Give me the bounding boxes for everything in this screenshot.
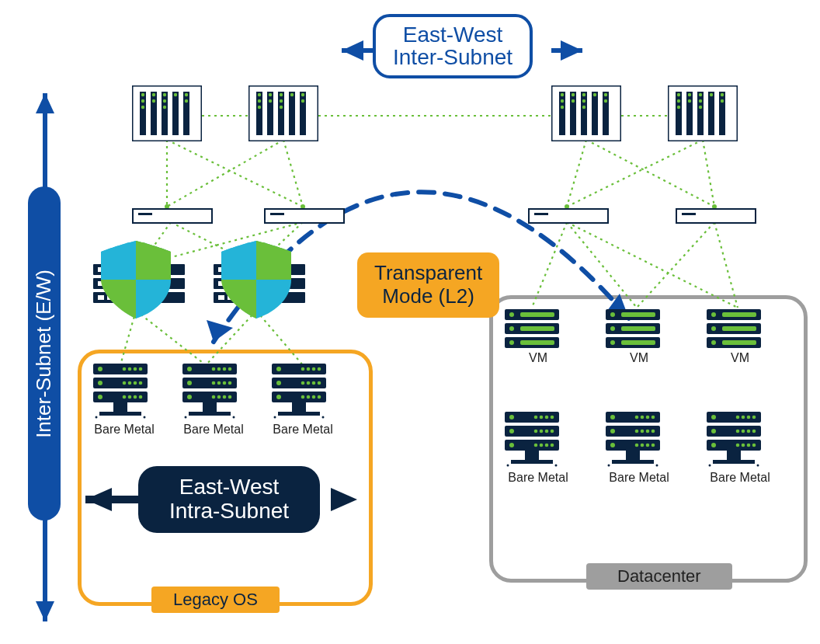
link-dotted xyxy=(621,109,668,117)
shield-firewall-icon xyxy=(101,241,171,319)
shield-firewall-icon xyxy=(221,241,291,319)
server-rack-icon: Bare Metal xyxy=(93,364,155,437)
server-rack-icon: Bare Metal xyxy=(707,412,773,485)
server-rack-icon: Bare Metal xyxy=(272,364,334,437)
link-dotted xyxy=(202,109,248,117)
vm-server-icon: VM xyxy=(606,309,672,365)
svg-marker-98 xyxy=(207,320,233,342)
svg-marker-91 xyxy=(85,488,112,511)
datacenter-tag: Datacenter xyxy=(586,563,732,590)
server-caption: Bare Metal xyxy=(505,471,572,485)
transparent-mode-label: Transparent Mode (L2) xyxy=(357,252,499,318)
access-switch-icon xyxy=(264,208,345,224)
link-dotted xyxy=(318,109,551,117)
text-line: Transparent xyxy=(374,262,482,285)
server-caption: Bare Metal xyxy=(272,423,334,437)
core-switch-icon xyxy=(132,85,202,141)
core-switch-icon xyxy=(551,85,621,141)
svg-line-72 xyxy=(167,140,283,207)
text-line: Inter-Subnet xyxy=(393,46,512,68)
access-switch-icon xyxy=(676,208,756,224)
access-switch-icon xyxy=(528,208,609,224)
svg-line-76 xyxy=(567,140,586,207)
svg-line-79 xyxy=(703,140,714,207)
server-rack-icon: Bare Metal xyxy=(606,412,672,485)
core-switch-icon xyxy=(668,85,738,141)
text-line: East-West xyxy=(393,23,512,46)
vm-caption: VM xyxy=(606,351,672,365)
legacy-os-tag: Legacy OS xyxy=(151,587,280,613)
server-caption: Bare Metal xyxy=(93,423,155,437)
server-rack-icon: Bare Metal xyxy=(182,364,245,437)
server-caption: Bare Metal xyxy=(182,423,245,437)
svg-line-78 xyxy=(567,140,703,207)
svg-line-77 xyxy=(586,140,714,207)
svg-line-71 xyxy=(167,140,303,207)
diagram-stage: East-West Inter-Subnet Inter-Subnet (E/W… xyxy=(0,0,820,644)
vm-server-icon: VM xyxy=(707,309,773,365)
svg-marker-5 xyxy=(36,93,54,113)
inter-subnet-vertical-label: Inter-Subnet (E/W) xyxy=(27,186,60,520)
svg-line-73 xyxy=(283,140,303,207)
server-caption: Bare Metal xyxy=(606,471,672,485)
svg-marker-6 xyxy=(36,601,54,621)
svg-marker-92 xyxy=(331,488,357,511)
svg-marker-3 xyxy=(561,40,582,61)
text-line: Intra-Subnet xyxy=(169,500,289,524)
text-line: East-West xyxy=(169,475,289,500)
core-switch-icon xyxy=(248,85,318,141)
text-line: Mode (L2) xyxy=(374,285,482,308)
vm-server-icon: VM xyxy=(505,309,572,365)
vm-caption: VM xyxy=(505,351,572,365)
server-caption: Bare Metal xyxy=(707,471,773,485)
east-west-inter-subnet-label: East-West Inter-Subnet xyxy=(373,14,533,78)
link-dotted xyxy=(124,140,357,210)
access-switch-icon xyxy=(132,208,213,224)
server-rack-icon: Bare Metal xyxy=(505,412,572,485)
east-west-intra-subnet-label: East-West Intra-Subnet xyxy=(138,466,320,533)
vm-caption: VM xyxy=(707,351,773,365)
link-dotted xyxy=(520,140,769,210)
svg-marker-2 xyxy=(342,40,363,61)
